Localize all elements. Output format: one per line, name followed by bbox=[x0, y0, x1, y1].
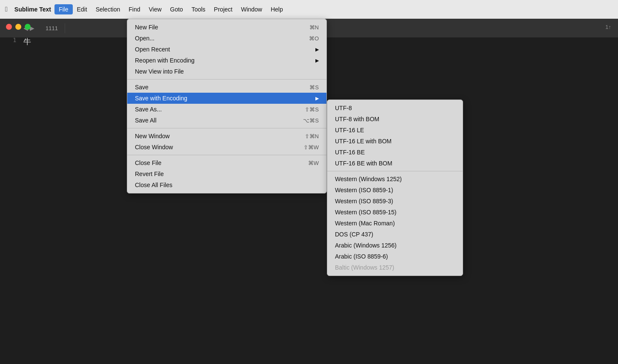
enc-utf16le[interactable]: UTF-16 LE bbox=[327, 125, 463, 136]
enc-arabic-win1256[interactable]: Arabic (Windows 1256) bbox=[327, 240, 463, 251]
menu-window[interactable]: Window bbox=[237, 4, 266, 14]
traffic-light-fullscreen[interactable] bbox=[25, 24, 31, 30]
traffic-light-minimize[interactable] bbox=[15, 24, 21, 30]
menu-open-recent[interactable]: Open Recent ▶ bbox=[127, 44, 326, 55]
apple-icon:  bbox=[5, 6, 8, 13]
separator-1 bbox=[127, 79, 326, 80]
traffic-light-close[interactable] bbox=[6, 24, 12, 30]
enc-utf8[interactable]: UTF-8 bbox=[327, 102, 463, 114]
enc-utf16le-bom[interactable]: UTF-16 LE with BOM bbox=[327, 136, 463, 147]
menu-save-as[interactable]: Save As... ⇧⌘S bbox=[127, 104, 326, 115]
file-menu-dropdown: New File ⌘N Open... ⌘O Open Recent ▶ Reo… bbox=[127, 19, 327, 193]
menu-view[interactable]: View bbox=[144, 4, 166, 14]
menu-save-all[interactable]: Save All ⌥⌘S bbox=[127, 115, 326, 126]
menu-help[interactable]: Help bbox=[266, 4, 287, 14]
window-number: 1↑ bbox=[605, 24, 611, 30]
menu-project[interactable]: Project bbox=[210, 4, 237, 14]
enc-western-iso885915[interactable]: Western (ISO 8859-15) bbox=[327, 207, 463, 218]
editor-content: 牛 bbox=[23, 37, 31, 47]
menu-save[interactable]: Save ⌘S bbox=[127, 82, 326, 93]
enc-western-macroman[interactable]: Western (Mac Roman) bbox=[327, 218, 463, 229]
app-name: Sublime Text bbox=[14, 6, 51, 13]
enc-utf8-bom[interactable]: UTF-8 with BOM bbox=[327, 114, 463, 125]
menu-close-file[interactable]: Close File ⌘W bbox=[127, 157, 326, 168]
menubar:  Sublime Text File Edit Selection Find … bbox=[0, 0, 618, 19]
menu-tools[interactable]: Tools bbox=[187, 4, 210, 14]
menu-goto[interactable]: Goto bbox=[166, 4, 187, 14]
menu-new-window[interactable]: New Window ⇧⌘N bbox=[127, 131, 326, 142]
menu-selection[interactable]: Selection bbox=[92, 4, 125, 14]
menu-close-all-files[interactable]: Close All Files bbox=[127, 179, 326, 191]
enc-utf16be-bom[interactable]: UTF-16 BE with BOM bbox=[327, 158, 463, 169]
menu-revert-file[interactable]: Revert File bbox=[127, 168, 326, 179]
enc-dos-cp437[interactable]: DOS (CP 437) bbox=[327, 229, 463, 240]
enc-arabic-iso88596[interactable]: Arabic (ISO 8859-6) bbox=[327, 251, 463, 262]
enc-separator-1 bbox=[327, 171, 463, 171]
separator-3 bbox=[127, 155, 326, 155]
line-number: 1 bbox=[13, 37, 16, 43]
enc-western-win1252[interactable]: Western (Windows 1252) bbox=[327, 173, 463, 185]
enc-baltic-win1257[interactable]: Baltic (Windows 1257) bbox=[327, 262, 463, 273]
enc-western-iso88593[interactable]: Western (ISO 8859-3) bbox=[327, 196, 463, 207]
tab-1111[interactable]: 1111 bbox=[39, 23, 65, 33]
menu-file[interactable]: File bbox=[54, 4, 73, 14]
menu-new-file[interactable]: New File ⌘N bbox=[127, 22, 326, 33]
menu-open[interactable]: Open... ⌘O bbox=[127, 33, 326, 44]
menu-find[interactable]: Find bbox=[124, 4, 144, 14]
enc-utf16be[interactable]: UTF-16 BE bbox=[327, 147, 463, 158]
menu-save-with-encoding[interactable]: Save with Encoding ▶ bbox=[127, 93, 326, 104]
encoding-submenu: UTF-8 UTF-8 with BOM UTF-16 LE UTF-16 LE… bbox=[327, 100, 463, 276]
menu-edit[interactable]: Edit bbox=[73, 4, 92, 14]
traffic-lights bbox=[6, 24, 31, 30]
menu-reopen-encoding[interactable]: Reopen with Encoding ▶ bbox=[127, 55, 326, 66]
menu-new-view[interactable]: New View into File bbox=[127, 66, 326, 77]
separator-2 bbox=[127, 128, 326, 128]
menu-close-window[interactable]: Close Window ⇧⌘W bbox=[127, 142, 326, 153]
enc-western-iso88591[interactable]: Western (ISO 8859-1) bbox=[327, 185, 463, 196]
